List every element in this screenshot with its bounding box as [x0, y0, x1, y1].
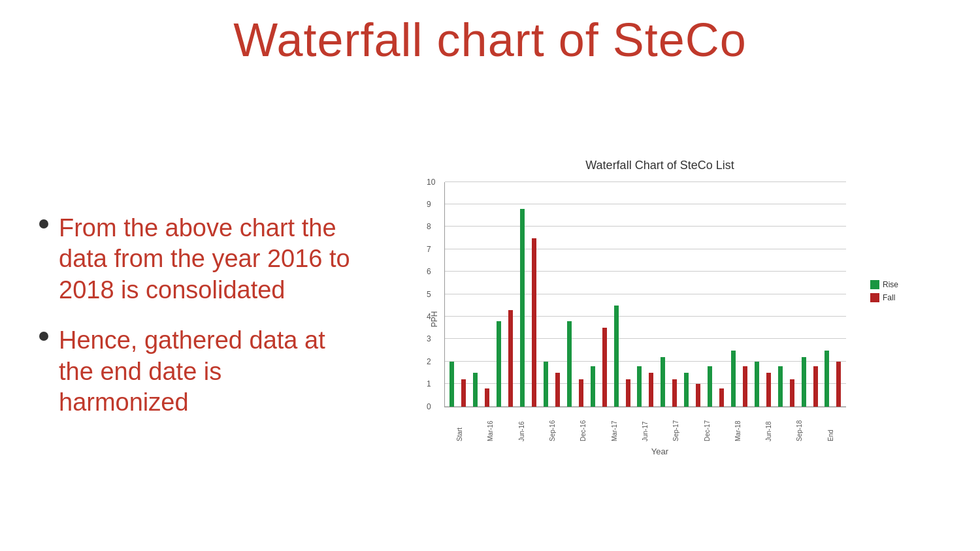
bar-2	[473, 373, 478, 407]
bar-22	[708, 366, 712, 407]
x-label-12: End	[827, 412, 834, 441]
y-axis-title: PPH	[430, 311, 439, 327]
chart-container: PPH 012345678910 StartMar-16Jun-16Sep-16…	[421, 179, 898, 460]
legend-label-rise: Rise	[883, 280, 898, 289]
y-label-3: 3	[427, 334, 431, 343]
bar-29	[790, 379, 794, 406]
y-label-9: 9	[427, 200, 431, 209]
x-label-4: Dec-16	[580, 412, 587, 441]
bar-11	[579, 379, 583, 406]
bar-27	[766, 373, 771, 407]
x-label-1: Mar-16	[487, 412, 494, 441]
right-panel: Waterfall Chart of SteCo List PPH 012345…	[379, 86, 941, 538]
y-label-0: 0	[427, 402, 431, 411]
legend: Rise Fall	[870, 280, 898, 302]
bar-17	[649, 373, 653, 407]
left-panel: From the above chart the data from the y…	[39, 86, 353, 538]
bar-8	[544, 362, 548, 407]
legend-color-rise	[870, 280, 879, 289]
bar-26	[755, 362, 759, 407]
bar-15	[626, 379, 630, 406]
page-title: Waterfall chart of SteCo	[39, 13, 941, 67]
bar-3	[485, 388, 489, 407]
y-label-6: 6	[427, 267, 431, 276]
bar-24	[731, 351, 736, 407]
bullet-text-2: Hence, gathered data at the end date is …	[59, 325, 353, 418]
x-label-6: Jun-17	[642, 412, 649, 441]
y-label-1: 1	[427, 379, 431, 388]
bar-9	[555, 373, 560, 407]
bars-area	[445, 182, 846, 407]
bar-7	[532, 238, 536, 407]
x-label-8: Dec-17	[704, 412, 711, 441]
bar-21	[696, 384, 700, 406]
bar-28	[778, 366, 783, 407]
y-label-7: 7	[427, 245, 431, 254]
x-label-9: Mar-18	[734, 412, 742, 441]
bar-31	[813, 366, 818, 407]
bar-10	[567, 321, 572, 407]
bar-32	[825, 351, 829, 407]
chart-area: 012345678910	[444, 182, 846, 407]
x-label-10: Jun-18	[765, 412, 772, 441]
legend-color-fall	[870, 293, 879, 302]
y-label-4: 4	[427, 312, 431, 321]
bar-19	[672, 379, 677, 406]
legend-item-fall: Fall	[870, 293, 898, 302]
bar-13	[602, 328, 607, 406]
chart-title: Waterfall Chart of SteCo List	[585, 159, 734, 172]
bar-33	[836, 362, 841, 407]
bullet-dot-2	[39, 332, 48, 341]
bar-16	[637, 366, 642, 407]
x-axis-labels: StartMar-16Jun-16Sep-16Dec-16Mar-17Jun-1…	[444, 412, 846, 441]
bar-25	[743, 366, 747, 407]
legend-label-fall: Fall	[883, 293, 895, 302]
bullet-text-1: From the above chart the data from the y…	[59, 213, 353, 306]
y-label-8: 8	[427, 222, 431, 231]
page: Waterfall chart of SteCo From the above …	[0, 0, 980, 551]
x-label-0: Start	[456, 412, 463, 441]
bar-12	[591, 366, 595, 407]
x-label-7: Sep-17	[672, 412, 679, 441]
bar-20	[684, 373, 689, 407]
bar-0	[449, 362, 454, 407]
bar-1	[461, 379, 466, 406]
y-label-5: 5	[427, 290, 431, 299]
x-axis-title: Year	[651, 447, 668, 456]
bar-14	[614, 306, 619, 407]
bullet-item-2: Hence, gathered data at the end date is …	[39, 325, 353, 418]
x-label-5: Mar-17	[611, 412, 618, 441]
bar-6	[520, 209, 525, 407]
bar-18	[661, 357, 665, 407]
bar-5	[508, 310, 513, 407]
bar-4	[497, 321, 501, 407]
bullet-item-1: From the above chart the data from the y…	[39, 213, 353, 306]
bullet-dot-1	[39, 219, 48, 228]
bar-23	[719, 388, 724, 407]
legend-item-rise: Rise	[870, 280, 898, 289]
x-label-2: Jun-16	[518, 412, 525, 441]
x-label-3: Sep-16	[549, 412, 556, 441]
bar-30	[802, 357, 806, 407]
x-label-11: Sep-18	[796, 412, 803, 441]
content-area: From the above chart the data from the y…	[39, 86, 941, 538]
y-label-2: 2	[427, 357, 431, 366]
y-label-10: 10	[427, 178, 435, 187]
